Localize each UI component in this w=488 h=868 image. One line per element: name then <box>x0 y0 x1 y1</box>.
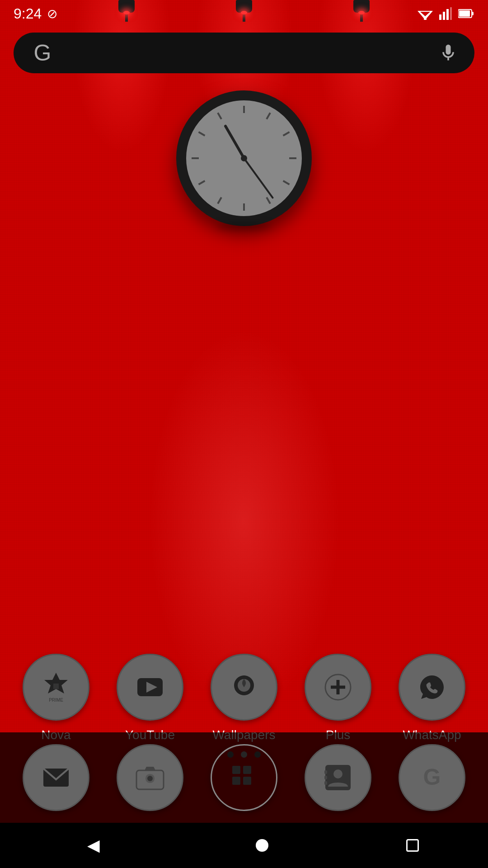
camera-icon-svg <box>134 761 166 794</box>
app-plus[interactable]: Plus <box>297 654 379 742</box>
nova-icon: PRIME <box>23 654 89 721</box>
svg-text:PRIME: PRIME <box>49 698 63 703</box>
signal-icon <box>439 7 452 20</box>
youtube-icon-svg <box>134 671 166 703</box>
nav-recent-button[interactable] <box>406 839 419 852</box>
svg-rect-3 <box>439 14 441 20</box>
wifi-icon <box>418 7 433 20</box>
microphone-icon[interactable] <box>438 43 458 63</box>
app-row-1: PRIME Nova YouTube <box>9 654 479 742</box>
clock-center <box>241 155 247 161</box>
whatsapp-icon-svg <box>416 671 448 703</box>
whatsapp-icon <box>399 654 465 721</box>
svg-rect-9 <box>472 12 474 15</box>
clock-face <box>176 90 312 226</box>
app-wallpapers[interactable]: Wallpapers <box>203 654 285 742</box>
apps-icon <box>211 744 277 811</box>
mail-icon-svg <box>40 761 72 794</box>
svg-rect-24 <box>243 766 251 774</box>
dock-camera[interactable] <box>114 741 186 814</box>
svg-point-21 <box>147 776 153 781</box>
svg-rect-29 <box>324 770 327 774</box>
search-bar[interactable]: G <box>14 33 474 73</box>
app-nova[interactable]: PRIME Nova <box>15 654 97 742</box>
dock-contacts[interactable] <box>302 741 374 814</box>
svg-point-28 <box>333 769 343 778</box>
g-letter: G <box>34 40 52 66</box>
google-dock-icon: G <box>399 744 465 811</box>
battery-icon <box>458 9 474 19</box>
svg-rect-26 <box>243 777 251 785</box>
plus-icon-svg <box>322 671 354 703</box>
contacts-icon <box>305 744 371 811</box>
svg-marker-10 <box>44 673 68 693</box>
clock-hour-hand <box>224 124 245 159</box>
wallpapers-icon-svg <box>228 671 260 703</box>
dock-gmail[interactable] <box>20 741 92 814</box>
wallpapers-icon <box>211 654 277 721</box>
status-time: 9:24 <box>14 5 42 22</box>
svg-rect-31 <box>324 781 327 785</box>
notification-icon: ⊘ <box>47 6 57 21</box>
app-whatsapp[interactable]: WhatsApp <box>391 654 473 742</box>
status-right <box>418 7 474 20</box>
google-logo: G <box>30 40 55 66</box>
svg-rect-23 <box>232 766 240 774</box>
svg-rect-6 <box>450 7 452 20</box>
nav-home-button[interactable] <box>256 839 268 852</box>
youtube-icon <box>117 654 183 721</box>
svg-rect-30 <box>324 776 327 779</box>
clock-minute-hand <box>243 158 274 199</box>
dock-apps[interactable] <box>208 741 280 814</box>
svg-rect-4 <box>443 12 445 20</box>
google-icon-svg: G <box>416 761 448 794</box>
svg-rect-8 <box>459 10 470 17</box>
svg-text:G: G <box>423 764 441 790</box>
status-left: 9:24 ⊘ <box>14 5 57 22</box>
svg-rect-25 <box>232 777 240 785</box>
nova-icon-svg: PRIME <box>40 671 72 703</box>
camera-icon <box>117 744 183 811</box>
clock-widget[interactable] <box>176 90 312 226</box>
apps-icon-svg <box>228 761 260 794</box>
nav-bar: ◀ <box>0 823 488 868</box>
gmail-icon <box>23 744 89 811</box>
contacts-icon-svg <box>322 761 354 794</box>
status-bar: 9:24 ⊘ <box>0 0 488 27</box>
plus-icon <box>305 654 371 721</box>
nav-back-button[interactable]: ◀ <box>69 831 118 859</box>
svg-rect-11 <box>53 684 59 689</box>
svg-rect-5 <box>446 9 449 20</box>
dock-google[interactable]: G <box>396 741 468 814</box>
app-youtube[interactable]: YouTube <box>109 654 191 742</box>
dock: G <box>0 732 488 823</box>
